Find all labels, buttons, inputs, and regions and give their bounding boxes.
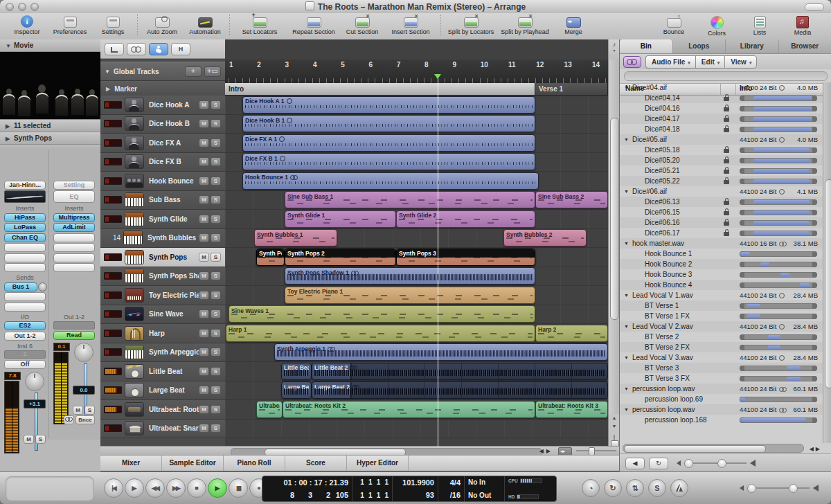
movie-thumbnail[interactable] [0, 52, 100, 120]
disclosure-triangle-icon[interactable]: ▼ [624, 321, 629, 332]
track-solo-button[interactable]: S [211, 424, 221, 433]
track-solo-button[interactable]: S [211, 291, 221, 300]
bin-row-dice-06-17-14[interactable]: Dice#06.17 [620, 228, 823, 238]
track-solo-button[interactable]: S [211, 253, 221, 262]
track-solo-button[interactable]: S [211, 119, 221, 128]
region-dice-fx-b-1[interactable]: Dice FX B 1 [242, 153, 535, 170]
bin-row-percussion-loop-69-30[interactable]: percussion loop.69 [620, 394, 823, 404]
eq-thumbnail[interactable] [4, 190, 46, 203]
track-row-sub-bass[interactable]: Sub BassMS [100, 191, 225, 210]
bin-row-lead-vocal-v-1-wav[interactable]: ▼Lead Vocal V 1.wav44100 24 Bit28.4 MB [620, 290, 823, 300]
track-row-harp[interactable]: HarpMS [100, 324, 225, 343]
bin-row-dice-05-22-9[interactable]: Dice#05.22 [620, 176, 823, 186]
bin-row-lead-vocal-v-2-wav[interactable]: ▼Lead Vocal V 2.wav44100 24 Bit28.4 MB [620, 321, 823, 332]
track-row-dice-hook-b[interactable]: Dice Hook BMS [100, 115, 225, 134]
track-solo-button[interactable]: S [211, 309, 221, 318]
toolbar-lists-button[interactable]: Lists [738, 13, 781, 36]
track-row-synth-arpeggio[interactable]: Synth ArpeggioMS [100, 343, 225, 363]
output-slot[interactable]: Out 1-2 [4, 332, 46, 341]
region-sine-sub-bass-2[interactable]: Sine Sub Bass 2 [535, 191, 608, 208]
bin-row-dice-06-15-12[interactable]: Dice#06.15 [620, 207, 823, 217]
insert-slot-empty[interactable] [4, 263, 46, 272]
toolbar-media-button[interactable]: Media [781, 13, 824, 36]
tab-bin[interactable]: Bin [620, 39, 673, 53]
track-solo-button[interactable]: S [211, 386, 221, 395]
bounce-button[interactable]: Bnce [75, 415, 95, 424]
bin-row-dice-06-16-13[interactable]: Dice#06.16 [620, 217, 823, 228]
toolbar-merge-button[interactable]: Merge [552, 13, 595, 35]
bin-info-field[interactable] [624, 71, 828, 81]
bin-row-hook-bounce-3-18[interactable]: Hook Bounce 3 [620, 269, 823, 280]
track-row-ultrabeat-snare[interactable]: Ultrabeat: SnareMS [100, 420, 225, 439]
solo-button[interactable]: S [648, 479, 666, 497]
bin-menu-view[interactable]: View [724, 55, 757, 69]
add-track-with-settings-button[interactable]: +▭ [204, 66, 221, 77]
toolbar-split-by-locators-button[interactable]: Split by Locators [444, 13, 498, 35]
track-mute-button[interactable]: M [199, 405, 209, 414]
send-slot-empty[interactable] [4, 292, 46, 301]
play-button[interactable]: ▶ [208, 478, 227, 498]
disclosure-triangle-icon[interactable]: ▼ [624, 352, 629, 363]
disclosure-triangle-icon[interactable]: ▼ [624, 186, 629, 197]
track-mute-button[interactable]: M [199, 157, 209, 166]
catch-playhead-button[interactable] [149, 43, 168, 55]
channel-setting-button[interactable]: Jan-Hinn... [4, 181, 46, 190]
track-solo-button[interactable]: S [211, 157, 221, 166]
bin-row-dice-04-14-1[interactable]: Dice#04.14 [620, 93, 823, 103]
track-row-ultrabeat-roots-kit[interactable]: Ultrabeat: Roots KitMS [100, 400, 225, 420]
tab-loops[interactable]: Loops [673, 39, 726, 53]
track-solo-button[interactable]: S [211, 348, 221, 357]
stop-button[interactable]: ■ [187, 478, 206, 498]
track-row-dice-hook-a[interactable]: Dice Hook AMS [100, 96, 225, 115]
track-row-toy-electric-piano[interactable]: Toy Electric PianoMS [100, 286, 225, 305]
toolbar-settings-button[interactable]: Settings [91, 13, 134, 35]
editor-tab-score[interactable]: Score [285, 456, 347, 471]
region-dice-fx-a-1[interactable]: Dice FX A 1 [242, 134, 535, 152]
track-solo-button[interactable]: S [211, 215, 221, 224]
region-synth-pops-3[interactable]: Synth Pops 3 [396, 249, 535, 266]
bin-row-dice-04-18-4[interactable]: Dice#04.18 [620, 124, 823, 134]
bin-row-dice-05-18-6[interactable]: Dice#05.18 [620, 145, 823, 155]
region-ultrabeat-roots-kit-3[interactable]: Ultrabeat: Roots Kit 3 [535, 401, 608, 418]
toolbar-auto-zoom-button[interactable]: Auto Zoom [141, 13, 184, 35]
track-mute-button[interactable]: M [199, 138, 209, 147]
toolbar-preferences-button[interactable]: Preferences [48, 13, 91, 35]
insert-slot-lopass[interactable]: LoPass [4, 223, 46, 232]
bin-horizontal-scrollbar[interactable] [623, 444, 804, 453]
send-knob[interactable] [38, 282, 47, 291]
track-row-hook-bounce[interactable]: Hook BounceMS [100, 172, 225, 191]
volume-slider[interactable] [684, 462, 747, 464]
toolbar-insert-section-button[interactable]: Insert Section [384, 13, 438, 35]
toolbar-automation-button[interactable]: Automation [184, 13, 226, 35]
region-synth-glide-2[interactable]: Synth Glide 2 [396, 210, 535, 228]
selection-disclosure[interactable]: ▶11 selected [0, 120, 100, 132]
bin-row-bt-verse-3-fx-28[interactable]: BT Verse 3 FX [620, 373, 823, 384]
bin-row-dice-04-aif[interactable]: ▼Dice#04.aif44100 24 Bit4.0 MB [620, 82, 823, 93]
region-large-beat[interactable]: Large Beat [281, 381, 312, 399]
region-harp-1[interactable]: Harp 1 [226, 325, 535, 342]
insert-slot-empty[interactable] [4, 243, 46, 252]
bin-row-bt-verse-2-fx-25[interactable]: BT Verse 2 FX [620, 342, 823, 352]
automation-mode-button[interactable]: Read [53, 331, 95, 340]
solo-button[interactable]: S [35, 435, 46, 444]
track-mute-button[interactable]: M [199, 119, 209, 128]
hierarchy-button[interactable]: H [171, 43, 190, 55]
marker-intro[interactable]: Intro [225, 83, 535, 95]
track-mute-button[interactable]: M [199, 309, 209, 318]
arrange-vertical-scrollbar[interactable] [608, 60, 620, 414]
insert-slot-chan-eq[interactable]: Chan EQ [4, 233, 46, 242]
insert-slot-empty[interactable] [53, 253, 95, 262]
bin-row-dice-04-16-2[interactable]: Dice#04.16 [620, 103, 823, 114]
play-from-selection-button[interactable]: ▶ [125, 478, 144, 498]
track-mute-button[interactable]: M [199, 271, 209, 280]
stereo-format-button[interactable] [64, 415, 74, 424]
region-sine-sub-bass-1[interactable]: Sine Sub Bass 1 [285, 191, 535, 208]
global-tracks-header[interactable]: ▼ Global Tracks + +▭ [100, 62, 225, 81]
track-solo-button[interactable]: S [211, 271, 221, 280]
rewind-button[interactable]: ◀◀ [145, 478, 165, 498]
bin-row-dice-06-13-11[interactable]: Dice#06.13 [620, 197, 823, 207]
cycle-button[interactable]: ↻ [604, 479, 622, 497]
midi-out-button[interactable] [105, 43, 124, 55]
go-to-beginning-button[interactable]: |◀ [104, 478, 123, 498]
automation-mode-button[interactable]: Off [4, 360, 46, 369]
